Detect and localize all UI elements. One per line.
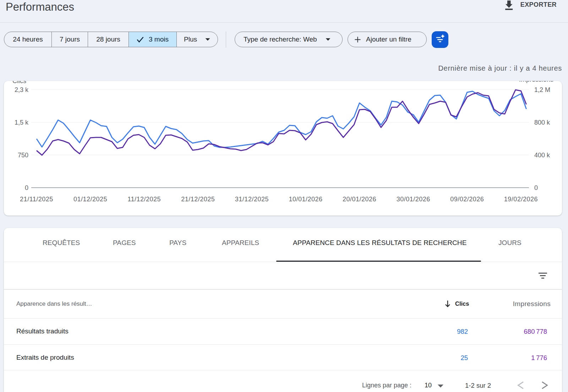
svg-text:09/02/2026: 09/02/2026 (450, 196, 484, 203)
svg-text:11/12/2025: 11/12/2025 (127, 196, 161, 203)
svg-text:20/01/2026: 20/01/2026 (343, 196, 376, 203)
svg-text:1,2 M: 1,2 M (534, 86, 550, 93)
svg-text:21/12/2025: 21/12/2025 (181, 196, 215, 203)
svg-text:800 k: 800 k (534, 119, 550, 126)
svg-text:21/11/2025: 21/11/2025 (20, 196, 53, 203)
svg-text:2,3 k: 2,3 k (15, 86, 29, 93)
svg-text:31/12/2025: 31/12/2025 (235, 196, 269, 203)
svg-text:0: 0 (534, 184, 538, 191)
svg-text:0: 0 (25, 184, 28, 191)
svg-text:750: 750 (18, 152, 28, 159)
svg-text:19/02/2026: 19/02/2026 (504, 196, 538, 203)
svg-text:30/01/2026: 30/01/2026 (397, 196, 430, 203)
svg-text:10/01/2026: 10/01/2026 (289, 196, 322, 203)
svg-text:1,5 k: 1,5 k (15, 119, 29, 126)
svg-text:400 k: 400 k (534, 152, 550, 159)
svg-text:01/12/2025: 01/12/2025 (73, 196, 107, 203)
